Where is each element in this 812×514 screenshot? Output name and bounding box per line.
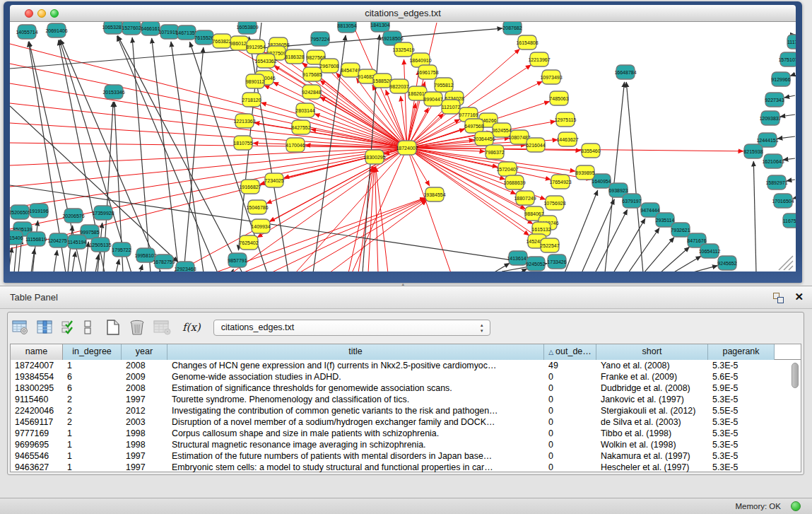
graph-node[interactable]: 15046786	[246, 200, 268, 214]
table-cell[interactable]: 1998	[122, 428, 167, 439]
show-columns-icon[interactable]	[37, 320, 54, 335]
graph-edge[interactable]	[519, 269, 527, 271]
graph-node[interactable]: 1117530	[787, 35, 796, 49]
table-cell[interactable]: 5.3E-5	[708, 439, 775, 450]
table-cell[interactable]: 0	[544, 416, 596, 428]
table-cell[interactable]: 2012	[122, 405, 167, 416]
table-row[interactable]: 946362711997Embryonic stem cells: a mode…	[11, 462, 801, 473]
graph-edge[interactable]	[628, 228, 659, 271]
graph-edge[interactable]	[10, 247, 12, 271]
table-cell[interactable]: 2	[63, 405, 122, 416]
table-cell[interactable]: 0	[544, 405, 596, 416]
table-cell[interactable]: Tibbo et al. (1998)	[596, 428, 708, 439]
table-cell[interactable]: Jankovic et al. (1997)	[596, 394, 708, 405]
table-cell[interactable]: Estimation of the future numbers of pati…	[167, 450, 544, 462]
graph-edge[interactable]	[116, 259, 119, 271]
graph-node[interactable]: 2718120	[242, 93, 261, 107]
table-selector[interactable]: citations_edges.txt ▲▼	[213, 320, 490, 336]
table-row[interactable]: 911546021997Tourette syndrome. Phenomeno…	[11, 394, 801, 405]
graph-node[interactable]: 18807249	[514, 191, 536, 205]
table-cell[interactable]: 19384554	[11, 371, 63, 382]
graph-node[interactable]: 12923468	[174, 262, 196, 271]
table-cell[interactable]: Disruption of a novel member of a sodium…	[167, 416, 544, 428]
graph-node[interactable]: 7615526	[194, 30, 213, 45]
table-cell[interactable]: 1	[63, 462, 122, 473]
graph-edge[interactable]	[257, 148, 407, 238]
table-cell[interactable]: Estimation of significance thresholds fo…	[167, 382, 544, 394]
table-cell[interactable]: 9463627	[11, 462, 63, 473]
table-cell[interactable]: Genome-wide association studies in ADHD.	[167, 371, 544, 382]
graph-node[interactable]: 9245652	[717, 256, 736, 270]
graph-node[interactable]: 3915406	[10, 230, 23, 245]
graph-edge[interactable]	[10, 143, 407, 148]
graph-node[interactable]: 10654112	[699, 244, 721, 258]
table-cell[interactable]: 0	[544, 394, 596, 405]
column-header-outde[interactable]: △out_de…	[544, 344, 596, 360]
graph-node[interactable]: 1527602	[122, 22, 141, 35]
close-traffic-light-icon[interactable]	[25, 9, 33, 18]
graph-node[interactable]: 1795722	[112, 243, 131, 257]
graph-edge[interactable]	[54, 250, 57, 271]
graph-node[interactable]: 16053809	[236, 22, 258, 34]
graph-node[interactable]: 2803144	[295, 103, 314, 117]
table-cell[interactable]: Investigating the contribution of common…	[167, 405, 544, 416]
table-row[interactable]: 977716911998Corpus callosum shape and si…	[11, 428, 801, 439]
graph-node[interactable]: 12505135	[89, 238, 111, 252]
table-cell[interactable]: 2009	[122, 371, 167, 382]
graph-node[interactable]: 9242848	[302, 85, 321, 99]
graph-node[interactable]: 8912954	[246, 40, 265, 54]
graph-edge[interactable]	[787, 180, 795, 181]
graph-node[interactable]: 13325419	[392, 42, 414, 57]
table-row[interactable]: 946554611997Estimation of the future num…	[11, 450, 801, 462]
graph-node[interactable]: 10756928	[543, 196, 565, 210]
graph-node[interactable]: 12042757	[47, 233, 69, 247]
graph-node[interactable]: 9227343	[765, 93, 784, 107]
graph-node[interactable]: 8355460	[581, 144, 600, 158]
graph-node[interactable]: 7625402	[239, 235, 258, 250]
column-header-pagerank[interactable]: pagerank	[708, 344, 775, 360]
table-cell[interactable]: 1997	[122, 462, 167, 473]
graph-edge[interactable]	[140, 264, 143, 271]
graph-node[interactable]: 7957224	[310, 32, 329, 46]
table-row[interactable]: 2242004622012Investigating the contribut…	[11, 405, 801, 416]
table-row[interactable]: 1830029562008Estimation of significance …	[11, 382, 801, 394]
table-cell[interactable]: 5.6E-5	[708, 371, 775, 382]
graph-edge[interactable]	[660, 247, 690, 271]
graph-node[interactable]: 1167533	[783, 214, 796, 228]
graph-node[interactable]: 2967608	[319, 59, 339, 73]
table-cell[interactable]: 22420046	[11, 405, 63, 416]
graph-edge[interactable]	[753, 161, 756, 271]
table-cell[interactable]: 5.9E-5	[708, 382, 775, 394]
graph-edge[interactable]	[232, 269, 233, 271]
graph-node[interactable]: 4170046	[286, 138, 305, 152]
column-header-name[interactable]: name	[11, 344, 63, 360]
graph-node[interactable]: 1919196	[29, 204, 48, 218]
graph-node[interactable]: 2522547	[540, 238, 559, 252]
graph-edge[interactable]	[159, 271, 160, 271]
graph-edge[interactable]	[264, 86, 407, 148]
graph-edge[interactable]	[261, 103, 407, 148]
graph-edge[interactable]	[72, 252, 76, 271]
graph-edge[interactable]	[790, 74, 795, 76]
table-cell[interactable]: Corpus callosum shape and size in male p…	[167, 428, 544, 439]
table-cell[interactable]: 0	[544, 439, 596, 450]
graph-edge[interactable]	[10, 83, 407, 148]
table-row[interactable]: 1938455462009Genome-wide association stu…	[11, 371, 801, 382]
table-cell[interactable]: 18724007	[11, 360, 63, 371]
graph-node[interactable]: 10653287	[102, 22, 124, 34]
graph-node[interactable]: 1841304	[370, 22, 389, 32]
graph-node[interactable]: 7955812	[434, 78, 453, 92]
graph-node[interactable]: 16961758	[416, 65, 438, 79]
table-cell[interactable]: 18300295	[11, 382, 63, 394]
graph-node[interactable]: 19166827	[239, 180, 261, 194]
network-canvas[interactable]: 1405571420691406106532871527602646616110…	[10, 22, 796, 271]
graph-node[interactable]: 8939895	[575, 165, 594, 180]
table-cell[interactable]: Stergiakouli et al. (2012)	[596, 405, 708, 416]
table-cell[interactable]: 2003	[122, 416, 167, 428]
graph-node[interactable]: 7986372	[485, 145, 504, 159]
table-cell[interactable]: 1	[63, 360, 122, 371]
graph-node[interactable]: 17654923	[549, 175, 571, 189]
graph-node[interactable]: 18724007	[396, 141, 418, 155]
table-cell[interactable]: de Silva et al. (2003)	[596, 416, 708, 428]
graph-node[interactable]: 7485063	[549, 91, 568, 105]
